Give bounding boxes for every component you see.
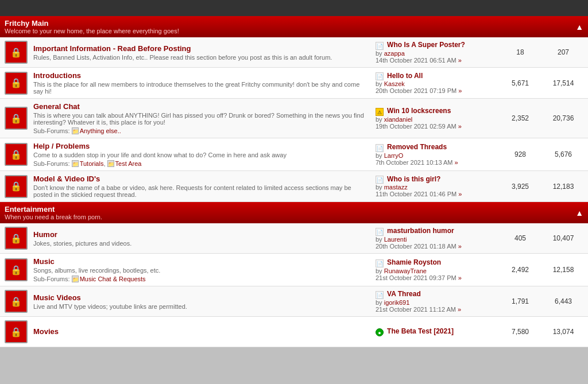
last-post-author-link[interactable]: azappa (384, 50, 405, 57)
lock-icon: 🔒 (10, 77, 22, 88)
warning-icon: ⚠ (376, 108, 384, 116)
subforum-link[interactable]: Anything else.. (80, 127, 121, 134)
last-post-title-link[interactable]: Shamie Royston (387, 258, 441, 266)
posts-count: 12,183 (543, 183, 583, 191)
forum-info: Model & Video ID's Don't know the name o… (33, 174, 371, 198)
forum-icon: 🔒 (5, 175, 28, 198)
threads-count: 7,580 (497, 328, 543, 336)
last-post-title-link[interactable]: Win 10 lockscreens (387, 107, 451, 115)
categories-container: Fritchy Main Welcome to your new home, t… (0, 16, 588, 347)
last-post-cell: 📄 Removed Threads by LarryO 7th October … (371, 143, 497, 165)
forum-icon: 🔒 (5, 41, 28, 64)
collapse-icon[interactable]: ▲ (575, 22, 583, 32)
last-post-by: by igorik691 (376, 299, 493, 306)
forum-desc2: away (270, 152, 287, 158)
last-post-author-link[interactable]: xiandaniel (384, 116, 413, 123)
table-header (0, 0, 588, 16)
last-post-cell: 📄 VA Thread by igorik691 21st October 20… (371, 290, 497, 312)
forum-description: Jokes, stories, pictures and videos. (33, 240, 371, 247)
forum-title-link[interactable]: Introductions (33, 71, 81, 80)
posts-count: 12,158 (543, 266, 583, 274)
posts-count: 6,443 (543, 297, 583, 305)
last-post-date: 21st October 2021 11:12 AM » (376, 306, 493, 313)
lock-icon: 🔒 (10, 113, 22, 124)
forum-title-link[interactable]: Important Information - Read Before Post… (33, 44, 191, 53)
forum-row: 🔒 Movies ● The Beta Test [2021] 7,58013,… (0, 317, 588, 347)
forum-desc2: Requests for content related to limited … (33, 184, 351, 198)
last-post-by: by RunawayTrane (376, 267, 493, 274)
forum-title-link[interactable]: Humor (33, 230, 57, 239)
last-post-date: 20th October 2021 07:19 PM » (376, 87, 493, 94)
last-post-author-link[interactable]: mastazz (384, 184, 408, 191)
last-post-title-link[interactable]: Who is this girl? (387, 175, 440, 183)
last-post-by: by LarryO (376, 152, 493, 159)
category-header: Fritchy Main Welcome to your new home, t… (0, 16, 588, 37)
lock-icon: 🔒 (10, 181, 22, 192)
last-post-title-link[interactable]: Hello to All (387, 72, 423, 80)
forum-desc2: community! don't be shy and come say hi! (33, 81, 359, 95)
last-post-arrow: » (458, 243, 462, 250)
forum-desc2: Please read this section before you post… (148, 54, 332, 61)
forum-title-link[interactable]: Music Videos (33, 293, 81, 302)
last-post-title-link[interactable]: VA Thread (387, 290, 421, 298)
forum-description: Live and MTV type videos; youtube links … (33, 303, 371, 310)
subforums: Sub-Forums: 📁Tutorials, 📁Test Area (33, 160, 371, 167)
new-post-icon: ● (376, 328, 384, 336)
posts-count: 207 (543, 48, 583, 56)
subforum-link[interactable]: Tutorials (80, 160, 104, 167)
last-post-title-link[interactable]: masturbation humor (387, 227, 454, 235)
category-entertainment: Entertainment When you need a break from… (0, 202, 588, 347)
last-post-title-row: ⚠ Win 10 lockscreens (376, 107, 493, 115)
subforum-link[interactable]: Test Area (115, 160, 142, 167)
last-post-cell: 📄 Hello to All by Kaszek 20th October 20… (371, 72, 497, 94)
last-post-title-link[interactable]: The Beta Test [2021] (387, 327, 454, 335)
last-post-date: 14th October 2021 06:51 AM » (376, 57, 493, 64)
forum-row: 🔒 Humor Jokes, stories, pictures and vid… (0, 223, 588, 254)
posts-count: 10,407 (543, 234, 583, 242)
subforum-link[interactable]: Music Chat & Requests (80, 276, 146, 282)
last-post-author-link[interactable]: Laurenti (384, 236, 407, 243)
last-post-cell: 📄 Who Is A Super Poster? by azappa 14th … (371, 41, 497, 63)
threads-count: 928 (497, 150, 543, 158)
last-post-title-row: 📄 Removed Threads (376, 143, 493, 152)
last-post-author-link[interactable]: Kaszek (384, 80, 405, 87)
last-post-arrow: » (455, 159, 458, 166)
last-post-author-link[interactable]: igorik691 (384, 299, 410, 306)
last-post-arrow: » (458, 123, 462, 130)
forum-row: 🔒 Help / Problems Come to a sudden stop … (0, 138, 588, 171)
forum-row: 🔒 Introductions This is the place for al… (0, 68, 588, 99)
last-post-author-link[interactable]: LarryO (384, 152, 404, 159)
page-icon: 📄 (376, 42, 384, 50)
forum-title-link[interactable]: Movies (33, 327, 59, 336)
forum-icon: 🔒 (5, 107, 28, 130)
posts-count: 13,074 (543, 328, 583, 336)
posts-count: 5,676 (543, 150, 583, 158)
last-post-author-link[interactable]: RunawayTrane (384, 267, 427, 274)
last-post-cell: ⚠ Win 10 lockscreens by xiandaniel 19th … (371, 107, 497, 129)
last-post-title-link[interactable]: Removed Threads (387, 143, 447, 151)
forum-icon: 🔒 (5, 258, 28, 281)
forum-title-link[interactable]: Model & Video ID's (33, 174, 100, 183)
last-post-date: 11th October 2021 01:46 PM » (376, 191, 493, 197)
forum-icon: 🔒 (5, 290, 28, 313)
last-post-title-link[interactable]: Who Is A Super Poster? (387, 41, 465, 49)
page-wrapper: Fritchy Main Welcome to your new home, t… (0, 0, 588, 347)
forum-description: Rules, Banned Lists, Activation Info, et… (33, 54, 371, 61)
subforums: Sub-Forums: 📁Anything else.. (33, 127, 371, 134)
last-post-cell: 📄 masturbation humor by Laurenti 20th Oc… (371, 227, 497, 249)
forum-title-link[interactable]: Music (33, 257, 55, 266)
threads-count: 405 (497, 234, 543, 242)
page-icon: 📄 (376, 144, 384, 152)
last-post-date: 20th October 2021 01:18 AM » (376, 243, 493, 250)
forum-description: Come to a sudden stop in your life and d… (33, 152, 371, 158)
forum-title-link[interactable]: General Chat (33, 102, 80, 111)
collapse-icon[interactable]: ▲ (575, 208, 583, 218)
category-fritchy-main: Fritchy Main Welcome to your new home, t… (0, 16, 588, 202)
forum-info: Help / Problems Come to a sudden stop in… (33, 142, 371, 167)
forum-title-link[interactable]: Help / Problems (33, 142, 90, 150)
last-post-cell: ● The Beta Test [2021] (371, 327, 497, 336)
threads-count: 2,352 (497, 114, 543, 122)
lock-icon: 🔒 (10, 47, 22, 58)
last-post-arrow: » (458, 306, 461, 313)
category-header-text: Fritchy Main Welcome to your new home, t… (5, 19, 179, 34)
